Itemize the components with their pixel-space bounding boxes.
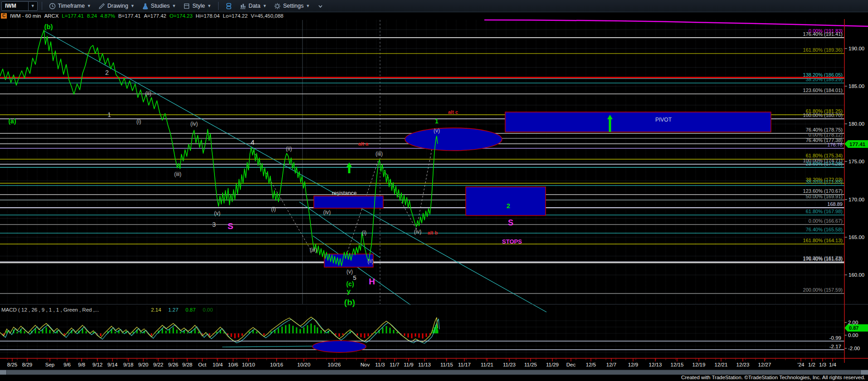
annotation-iv[interactable]: (iv) <box>323 209 331 215</box>
date-label[interactable]: 11/3 <box>375 362 385 367</box>
date-label[interactable]: 12/9 <box>628 362 638 367</box>
date-label[interactable]: 12/13 <box>649 362 662 367</box>
date-label[interactable]: 12/5 <box>586 362 596 367</box>
date-label[interactable]: 12/15 <box>671 362 684 367</box>
annotation-y[interactable]: y <box>347 287 351 295</box>
resistance-box[interactable] <box>314 196 383 208</box>
date-label[interactable]: 12/7 <box>606 362 616 367</box>
annotation-c[interactable]: (c) <box>346 280 354 288</box>
annotation-i[interactable]: (i) <box>271 206 276 212</box>
annotation-altc[interactable]: alt c <box>448 109 458 115</box>
date-label[interactable]: 12/27 <box>758 362 771 367</box>
date-label[interactable]: 11/13 <box>418 362 431 367</box>
date-label[interactable]: 8/29 <box>22 362 32 367</box>
annotation-a[interactable]: (a) <box>8 117 16 125</box>
date-label[interactable]: 9/20 <box>138 362 148 367</box>
annotation-pivot[interactable]: PIVOT <box>655 117 672 123</box>
date-label[interactable]: Oct <box>198 362 207 367</box>
date-label[interactable]: 9/6 <box>63 362 71 367</box>
date-label[interactable]: 9/18 <box>123 362 133 367</box>
symbol-select[interactable]: IWM ▼ <box>1 1 38 11</box>
annotation-s[interactable]: S <box>228 221 234 231</box>
menu-timeframe[interactable]: Timeframe▼ <box>46 1 94 11</box>
date-label[interactable]: 1/2 <box>808 362 815 367</box>
date-label[interactable]: 9/22 <box>153 362 163 367</box>
annotation-2[interactable]: 2 <box>105 69 109 76</box>
date-label[interactable]: 10/6 <box>228 362 238 367</box>
annotation-iv[interactable]: (iv) <box>414 229 422 235</box>
date-label[interactable]: 11/21 <box>481 362 493 367</box>
pivot-box[interactable] <box>505 112 771 132</box>
annotation-ii[interactable]: (ii) <box>286 146 292 152</box>
annotation-stops[interactable]: STOPS <box>502 238 522 245</box>
layout-button[interactable] <box>223 1 235 11</box>
annotation-v[interactable]: (v) <box>434 127 440 134</box>
annotation-b[interactable]: (b) <box>344 298 355 307</box>
annotation-i[interactable]: (i) <box>137 118 141 125</box>
annotation-iii[interactable]: (iii) <box>174 171 181 177</box>
menu-drawing[interactable]: Drawing▼ <box>96 1 137 11</box>
date-label[interactable]: 1/4 <box>829 362 837 367</box>
annotation-s[interactable]: S <box>508 218 513 227</box>
date-label[interactable]: 12/19 <box>692 362 706 367</box>
menu-studies[interactable]: Studies▼ <box>139 1 179 11</box>
annotation-ii[interactable]: (ii) <box>145 90 151 97</box>
annotation-2[interactable]: 2 <box>507 202 510 210</box>
annotation-1[interactable]: 1 <box>107 111 111 118</box>
annotation-3[interactable]: 3 <box>212 221 216 228</box>
date-label[interactable]: 8/25 <box>7 362 17 367</box>
pencil-icon <box>98 3 105 10</box>
date-label[interactable]: 10/4 <box>213 362 223 367</box>
annotation-i[interactable]: (i) <box>362 230 367 236</box>
date-label[interactable]: 9/8 <box>78 362 85 367</box>
annotation-altb[interactable]: alt b <box>428 230 438 235</box>
annotation-1[interactable]: 1 <box>435 117 439 125</box>
date-label[interactable]: 10/26 <box>328 362 341 367</box>
date-label[interactable]: 11/29 <box>546 362 559 367</box>
date-label[interactable]: Sep <box>45 362 54 367</box>
date-label[interactable]: 9/28 <box>182 362 192 367</box>
status-bar: Created with TradeStation. ©TradeStation… <box>0 374 868 381</box>
breakout-ellipse[interactable] <box>405 128 502 151</box>
date-label[interactable]: 11/9 <box>404 362 414 367</box>
menu-style[interactable]: Style▼ <box>180 1 214 11</box>
annotation-v[interactable]: (v) <box>214 210 220 216</box>
annotation-iv[interactable]: (iv) <box>190 121 198 127</box>
date-label[interactable]: 9/14 <box>107 362 118 367</box>
date-label[interactable]: 11/17 <box>458 362 471 367</box>
chevron-down-icon[interactable]: ▼ <box>28 2 37 10</box>
price-chart[interactable]: 0.00% (191.83)176.40% (191.41)161.80% (1… <box>0 0 868 381</box>
annotation-alta[interactable]: alt a <box>358 141 369 147</box>
date-label[interactable]: 12/21 <box>715 362 728 367</box>
date-label[interactable]: 11/23 <box>503 362 516 367</box>
date-label[interactable]: Nov <box>361 362 370 367</box>
annotation-h[interactable]: H <box>369 277 375 286</box>
date-label[interactable]: 11/25 <box>524 362 537 367</box>
macd-ellipse[interactable] <box>312 341 366 352</box>
trendline[interactable] <box>313 236 410 305</box>
annotation-b[interactable]: (b) <box>44 23 53 30</box>
date-label[interactable]: 10/10 <box>242 362 255 367</box>
date-label[interactable]: 12/23 <box>736 362 750 367</box>
wave2-target-box[interactable] <box>466 187 546 215</box>
annotation-ii[interactable]: (ii) <box>367 258 373 264</box>
date-label[interactable]: 10/16 <box>270 362 283 367</box>
date-label[interactable]: Dec <box>566 362 576 367</box>
date-label[interactable]: 1/3 <box>819 362 826 367</box>
fib-arc-curve[interactable] <box>484 20 868 26</box>
date-label[interactable]: 11/7 <box>390 362 400 367</box>
menu-settings[interactable]: Settings▼ <box>271 1 312 11</box>
date-label[interactable]: 11/15 <box>440 362 453 367</box>
quote-field: A=177.42 <box>144 13 166 19</box>
annotation-iii[interactable]: (iii) <box>375 151 383 157</box>
date-label[interactable]: '24 <box>798 362 805 367</box>
date-label[interactable]: 9/26 <box>168 362 178 367</box>
date-label[interactable]: 9/12 <box>93 362 102 367</box>
menu-data[interactable]: Data▼ <box>237 1 269 11</box>
chevron-down-small-button[interactable] <box>314 1 327 11</box>
annotation-iii[interactable]: (iii) <box>310 247 317 253</box>
date-label[interactable]: 10/20 <box>297 362 311 367</box>
annotation-v[interactable]: (v) <box>346 269 353 275</box>
annotation-4[interactable]: 4 <box>251 138 254 146</box>
annotation-resistance[interactable]: resistance <box>332 190 357 196</box>
